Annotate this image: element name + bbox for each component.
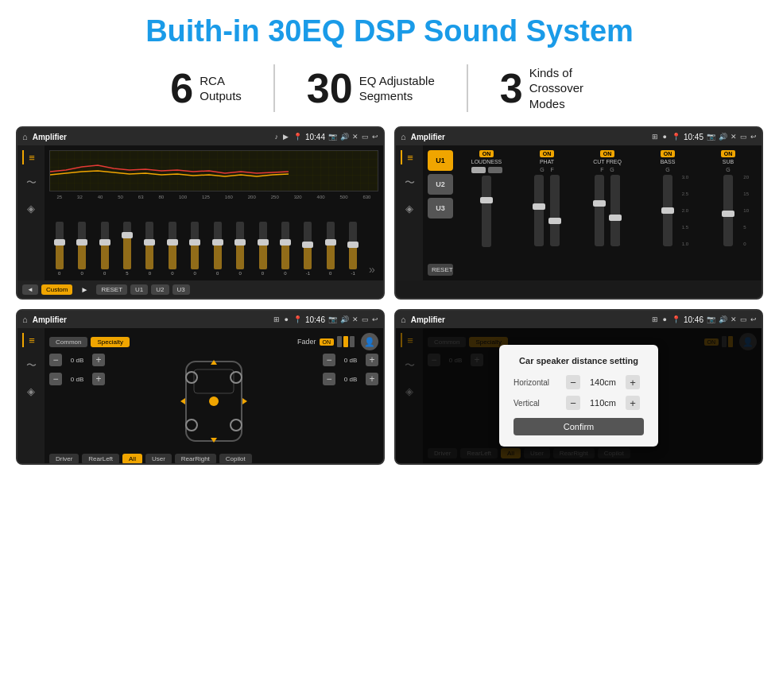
cutfreq-slider-g[interactable] (610, 175, 620, 246)
cutfreq-slider-f[interactable]: 3.02.11.30.5 (595, 175, 604, 246)
db-minus-2[interactable]: − (49, 373, 62, 385)
phat-on[interactable]: ON (540, 150, 555, 157)
loc-user[interactable]: User (145, 454, 172, 464)
wave-icon-3[interactable]: 〜 (22, 358, 40, 373)
loudness-label: LOUDNESS (471, 159, 502, 164)
wave-icon-2[interactable]: 〜 (401, 176, 418, 190)
speaker-icon-2[interactable]: ◈ (401, 201, 418, 215)
slider-40[interactable]: 0 (95, 222, 114, 276)
loc-rearleft[interactable]: RearLeft (82, 454, 119, 464)
speaker-icon[interactable]: ◈ (22, 201, 40, 215)
loudness-on[interactable]: ON (479, 150, 494, 157)
slider-320[interactable]: -1 (298, 222, 318, 276)
slider-250[interactable]: 0 (275, 222, 295, 276)
speaker-icon-3[interactable]: ◈ (22, 384, 40, 398)
preset-u1[interactable]: U1 (428, 150, 453, 171)
eq-more-icon[interactable]: » (366, 263, 378, 276)
eq-prev-btn[interactable]: ◄ (22, 284, 38, 295)
eq-play-btn[interactable]: ► (76, 284, 93, 296)
slider-100[interactable]: 0 (185, 222, 205, 276)
slider-500[interactable]: -1 (343, 222, 362, 276)
slider-50[interactable]: 5 (117, 222, 137, 276)
slider-160[interactable]: 0 (230, 222, 250, 276)
eq-icon-2[interactable]: ≡ (401, 150, 418, 164)
preset-u3[interactable]: U3 (428, 198, 453, 219)
slider-80[interactable]: 0 (162, 222, 182, 276)
dialog-vertical-plus[interactable]: + (626, 396, 640, 410)
dialog-confirm-button[interactable]: Confirm (514, 418, 644, 435)
db-minus-4[interactable]: − (323, 373, 335, 385)
sub-slider[interactable]: 20151050 (723, 175, 733, 246)
topbar-title-amp2: Amplifier (411, 133, 647, 141)
topbar-time-dialog: 10:46 (684, 315, 703, 324)
eq-curve-svg (50, 151, 378, 191)
slider-125[interactable]: 0 (207, 222, 227, 276)
db-plus-2[interactable]: + (92, 373, 105, 385)
svg-point-5 (231, 372, 242, 383)
dialog-horizontal-minus[interactable]: − (566, 375, 580, 389)
home-icon-3[interactable]: ⌂ (22, 315, 28, 324)
slider-32[interactable]: 0 (72, 222, 91, 276)
svg-point-6 (186, 420, 197, 431)
loc-all[interactable]: All (122, 454, 142, 464)
bass-on[interactable]: ON (661, 150, 676, 157)
cutfreq-on[interactable]: ON (600, 150, 615, 157)
topbar-amp2: ⌂ Amplifier ⊞ ● 📍 10:45 📷 🔊 ✕ ▭ ↩ (396, 128, 762, 145)
fader-on-badge[interactable]: ON (320, 338, 335, 346)
eq-reset-btn[interactable]: RESET (96, 284, 127, 295)
control-cutfreq: ON CUT FREQ F G 3.02.11.30.5 (579, 150, 636, 276)
home-icon-2[interactable]: ⌂ (401, 132, 406, 141)
dialog-horizontal-plus[interactable]: + (626, 375, 640, 389)
db-control-3: − 0 dB + (323, 354, 378, 366)
eq-u3-btn[interactable]: U3 (172, 284, 190, 295)
sub-on[interactable]: ON (721, 150, 736, 157)
db-plus-1[interactable]: + (92, 354, 105, 366)
home-icon[interactable]: ⌂ (22, 132, 28, 141)
control-sub: ON SUB G 20151050 (700, 150, 757, 276)
volume-icon: 🔊 (340, 133, 349, 141)
fader-left: − 0 dB + − 0 dB + (49, 354, 105, 449)
tab-specialty[interactable]: Specialty (91, 337, 129, 347)
home-icon-4[interactable]: ⌂ (401, 315, 406, 324)
dialog-vertical-minus[interactable]: − (566, 396, 580, 410)
fader-person-icon[interactable]: 👤 (361, 333, 378, 350)
back-icon-3[interactable]: ↩ (372, 315, 378, 323)
dot-icon-4: ● (663, 315, 667, 323)
eq-u1-btn[interactable]: U1 (130, 284, 148, 295)
db-control-1: − 0 dB + (49, 354, 105, 366)
eq-u2-btn[interactable]: U2 (151, 284, 169, 295)
tab-common[interactable]: Common (49, 337, 87, 347)
loc-rearright[interactable]: RearRight (175, 454, 216, 464)
phat-slider-f[interactable] (550, 175, 560, 246)
slider-63[interactable]: 0 (140, 222, 160, 276)
screen-fader-content: ≡ 〜 ◈ Common Specialty Fader ON 👤 (17, 328, 383, 463)
back-icon-2[interactable]: ↩ (750, 133, 757, 141)
db-plus-3[interactable]: + (366, 354, 378, 366)
loc-copilot[interactable]: Copilot (219, 454, 252, 464)
bass-slider[interactable]: 3.02.52.01.51.0 (663, 175, 672, 246)
phat-slider-g[interactable] (534, 175, 544, 246)
slider-200[interactable]: 0 (253, 222, 273, 276)
svg-rect-2 (194, 369, 234, 393)
slider-25[interactable]: 0 (49, 222, 69, 276)
loudness-slider[interactable] (482, 176, 491, 247)
eq-icon-3[interactable]: ≡ (22, 333, 40, 347)
db-minus-1[interactable]: − (49, 354, 62, 366)
amp2-reset-btn[interactable]: RESET (428, 264, 453, 276)
eq-preset-custom[interactable]: Custom (41, 284, 73, 295)
eq-icon[interactable]: ≡ (22, 150, 40, 164)
topbar-title-fader: Amplifier (33, 315, 269, 324)
db-plus-4[interactable]: + (366, 373, 378, 385)
fader-right: − 0 dB + − 0 dB + (323, 354, 378, 449)
wave-icon[interactable]: 〜 (22, 176, 40, 190)
fader-bottom-bar: Driver RearLeft All User RearRight Copil… (49, 454, 378, 464)
back-icon[interactable]: ↩ (372, 133, 378, 141)
freq-63: 63 (138, 195, 144, 199)
loc-driver[interactable]: Driver (49, 454, 79, 464)
preset-u2[interactable]: U2 (428, 174, 453, 195)
side-icons-eq: ≡ 〜 ◈ (17, 145, 45, 280)
db-value-4: 0 dB (339, 376, 362, 383)
back-icon-4[interactable]: ↩ (750, 315, 757, 323)
slider-400[interactable]: 0 (320, 222, 340, 276)
db-minus-3[interactable]: − (323, 354, 335, 366)
